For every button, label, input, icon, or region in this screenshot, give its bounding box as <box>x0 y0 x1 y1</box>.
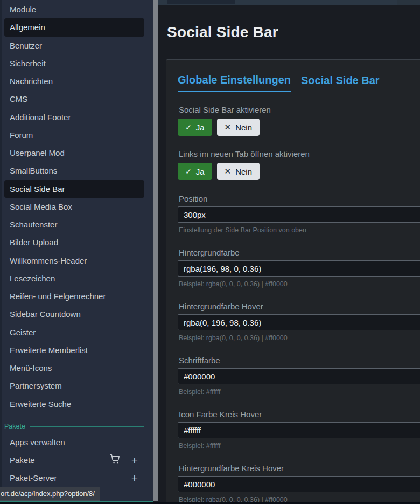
sidebar-item-label: Partnersystem <box>10 381 62 390</box>
social-side-bar-aktivieren-no-button[interactable]: ✕Nein <box>217 119 260 136</box>
field-social-side-bar-aktivieren: Social Side Bar aktivieren✓Ja✕Nein <box>178 106 420 136</box>
sidebar-item-apps-verwalten[interactable]: Apps verwalten <box>4 433 144 451</box>
plus-icon[interactable]: + <box>131 474 138 482</box>
sidebar-menu: ModuleAllgemeinBenutzerSicherheitNachric… <box>0 0 153 413</box>
position-input[interactable] <box>178 206 420 223</box>
helper-text: Beispiel: #ffffff <box>179 443 420 450</box>
sidebar-item-label: Forum <box>10 130 33 140</box>
sidebar-item-module[interactable]: Module <box>4 1 144 18</box>
sidebar-item-social-media-box[interactable]: Social Media Box <box>4 198 144 216</box>
sidebar-item-geister[interactable]: Geister <box>4 323 144 341</box>
sidebar: ModuleAllgemeinBenutzerSicherheitNachric… <box>0 0 153 501</box>
field-label: Hintergrundfarbe Hover <box>179 302 420 311</box>
icon-farbe-kreis-hover-input[interactable] <box>178 422 420 438</box>
sidebar-item-lesezeichen[interactable]: Lesezeichen <box>4 270 144 287</box>
sidebar-item-sidebar-countdown[interactable]: Sidebar Countdown <box>4 305 144 323</box>
toggle-group: ✓Ja✕Nein <box>178 163 420 180</box>
field-position: PositionEinstellung der Side Bar Positio… <box>178 195 420 234</box>
field-label: Social Side Bar aktivieren <box>179 106 420 114</box>
sidebar-item-bilder-upload[interactable]: Bilder Upload <box>4 233 144 251</box>
sidebar-item-social-side-bar[interactable]: Social Side Bar <box>4 180 144 198</box>
packages-section-header: Pakete <box>4 422 144 431</box>
packages-section-divider <box>30 426 144 427</box>
sidebar-item-schaufenster[interactable]: Schaufenster <box>4 216 144 233</box>
sidebar-item-allgemein[interactable]: Allgemein <box>4 18 144 36</box>
sidebar-item-label: CMS <box>10 94 27 103</box>
sidebar-item-label: Sidebar Countdown <box>10 309 81 319</box>
cross-icon: ✕ <box>225 168 232 175</box>
sidebar-item-nachrichten[interactable]: Nachrichten <box>4 72 144 90</box>
sidebar-item-willkommens-header[interactable]: Willkommens-Header <box>4 252 144 270</box>
helper-text: Einstellung der Side Bar Position von ob… <box>179 227 420 234</box>
packages-menu: Apps verwaltenPakete+Paket-Server+ <box>0 433 153 487</box>
sidebar-item-men-icons[interactable]: Menü-Icons <box>4 359 144 377</box>
toggle-group: ✓Ja✕Nein <box>178 119 420 136</box>
main-content: Social Side Bar Globale EinstellungenSoc… <box>158 0 420 502</box>
settings-panel: Globale EinstellungenSocial Side Bar Soc… <box>166 59 420 504</box>
sidebar-item-label: Apps verwalten <box>10 438 65 447</box>
window-bottom-edge <box>0 502 420 504</box>
top-toolbar-edge <box>158 0 420 5</box>
sidebar-item-pakete[interactable]: Pakete+ <box>4 451 144 469</box>
sidebar-item-label: Module <box>10 5 36 14</box>
item-actions: + <box>110 454 138 466</box>
tab-bar: Globale EinstellungenSocial Side Bar <box>166 60 420 92</box>
sidebar-item-sicherheit[interactable]: Sicherheit <box>4 54 144 72</box>
sidebar-item-label: Nachrichten <box>10 77 53 86</box>
social-side-bar-aktivieren-yes-button[interactable]: ✓Ja <box>178 119 212 136</box>
yes-label: Ja <box>196 123 205 132</box>
cart-icon[interactable] <box>110 454 120 466</box>
tab-globale-einstellungen[interactable]: Globale Einstellungen <box>178 74 291 92</box>
sidebar-item-label: Lesezeichen <box>10 274 55 283</box>
sidebar-item-forum[interactable]: Forum <box>4 126 144 144</box>
sidebar-scrollbar[interactable] <box>153 0 158 501</box>
sidebar-item-benutzer[interactable]: Benutzer <box>4 37 144 54</box>
schriftfarbe-input[interactable] <box>178 368 420 384</box>
field-hintergrundfarbe: HintergrundfarbeBeispiel: rgba(0, 0, 0, … <box>178 248 420 288</box>
sidebar-item-erweiterte-memberlist[interactable]: Erweiterte Memberlist <box>4 341 144 359</box>
helper-text: Beispiel: rgba(0, 0, 0, 0.36) | #ff0000 <box>179 281 420 288</box>
toolbar-right-edge <box>397 0 420 5</box>
toolbar-button-edge <box>167 0 235 4</box>
field-schriftfarbe: SchriftfarbeBeispiel: #ffffff <box>178 356 420 396</box>
sidebar-item-smallbuttons[interactable]: SmallButtons <box>4 162 144 179</box>
status-url-tooltip: ort.de/acp/index.php?option/8/ <box>0 487 100 501</box>
check-icon: ✓ <box>185 123 192 131</box>
sidebar-item-label: Menü-Icons <box>10 363 52 372</box>
sidebar-item-erweiterte-suche[interactable]: Erweiterte Suche <box>4 395 144 413</box>
hintergrundfarbe-kreis-hover-input[interactable] <box>178 476 420 492</box>
sidebar-item-label: Userpanel Mod <box>10 148 65 157</box>
sidebar-item-label: Reifen- und Felgenrechner <box>10 292 106 301</box>
tab-social-side-bar[interactable]: Social Side Bar <box>301 74 380 92</box>
sidebar-item-label: Allgemein <box>10 23 45 32</box>
plus-icon[interactable]: + <box>131 456 138 465</box>
no-label: Nein <box>235 167 252 176</box>
sidebar-item-paket-server[interactable]: Paket-Server+ <box>4 469 144 487</box>
hintergrundfarbe-input[interactable] <box>178 260 420 277</box>
sidebar-item-cms[interactable]: CMS <box>4 90 144 108</box>
field-label: Hintergrundfarbe Kreis Hover <box>179 464 420 473</box>
sidebar-item-label: Social Side Bar <box>10 184 65 194</box>
field-label: Icon Farbe Kreis Hover <box>179 410 420 419</box>
sidebar-item-userpanel-mod[interactable]: Userpanel Mod <box>4 144 144 162</box>
sidebar-item-label: Social Media Box <box>10 202 72 211</box>
links-im-neuen-tab-ffnen-aktivieren-yes-button[interactable]: ✓Ja <box>178 163 212 180</box>
helper-text: Beispiel: #ffffff <box>179 389 420 396</box>
field-links-im-neuen-tab-ffnen-aktivieren: Links im neuen Tab öffnen aktivieren✓Ja✕… <box>178 150 420 180</box>
field-label: Links im neuen Tab öffnen aktivieren <box>179 150 420 158</box>
settings-form: Social Side Bar aktivieren✓Ja✕NeinLinks … <box>166 92 420 503</box>
check-icon: ✓ <box>185 168 192 175</box>
sidebar-item-label: Erweiterte Memberlist <box>10 346 88 355</box>
sidebar-item-reifen-und-felgenrechner[interactable]: Reifen- und Felgenrechner <box>4 287 144 305</box>
links-im-neuen-tab-ffnen-aktivieren-no-button[interactable]: ✕Nein <box>217 163 260 180</box>
field-label: Position <box>179 195 420 203</box>
sidebar-item-label: Sicherheit <box>10 59 46 68</box>
sidebar-item-label: Pakete <box>10 455 35 465</box>
sidebar-item-label: Paket-Server <box>10 473 57 482</box>
sidebar-item-additional-footer[interactable]: Additional Footer <box>4 108 144 126</box>
sidebar-item-label: Geister <box>10 328 36 337</box>
sidebar-item-partnersystem[interactable]: Partnersystem <box>4 377 144 395</box>
packages-section-title: Pakete <box>4 423 25 430</box>
no-label: Nein <box>235 123 252 132</box>
hintergrundfarbe-hover-input[interactable] <box>178 314 420 330</box>
